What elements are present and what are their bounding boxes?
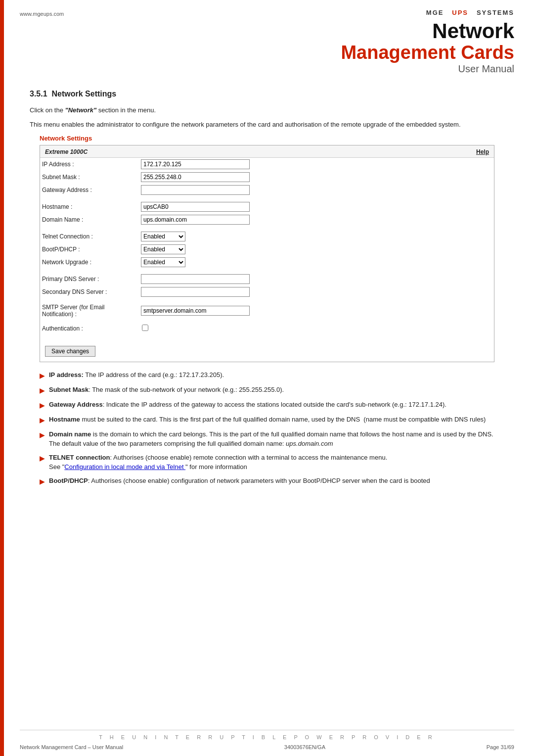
bullet-arrow-icon: ▶ (40, 453, 45, 464)
table-row: Subnet Mask : (40, 171, 494, 184)
network-em: "Network" (65, 106, 97, 114)
form-box-header: Extreme 1000C Help (40, 145, 494, 158)
section-number: 3.5.1 (30, 90, 47, 98)
header: www.mgeups.com MGE UPS SYSTEMS (0, 0, 534, 17)
bullet-text-gateway: Gateway Address: Indicate the IP address… (49, 400, 494, 410)
footer: T H E U N I N T E R R U P T I B L E P O … (0, 730, 534, 756)
bullet-text-ip: IP address: The IP address of the card (… (49, 370, 494, 380)
telnet-connection-select[interactable]: Enabled Disabled (141, 232, 185, 241)
smtp-server-input[interactable] (141, 306, 250, 316)
field-label-secondary-dns: Secondary DNS Server : (40, 285, 139, 298)
spacer-row (40, 319, 494, 323)
table-row: IP Address : (40, 158, 494, 171)
logo-ups: UPS (452, 9, 468, 16)
bullet-arrow-icon: ▶ (40, 371, 45, 381)
title-block: Network Management Cards User Manual (0, 17, 534, 85)
field-label-hostname: Hostname : (40, 200, 139, 213)
footer-center: 34003676EN/GA (284, 744, 325, 750)
device-name: Extreme 1000C (45, 148, 88, 155)
bullet-arrow-icon: ▶ (40, 385, 45, 396)
bullet-text-domain: Domain name is the domain to which the c… (49, 429, 494, 449)
telnet-link[interactable]: Configuration in local mode and via Teln… (64, 463, 185, 471)
table-row: Primary DNS Server : (40, 273, 494, 285)
footer-bottom: Network Management Card – User Manual 34… (0, 742, 534, 756)
field-label-auth: Authentication : (40, 323, 139, 334)
bullet-arrow-icon: ▶ (40, 430, 45, 440)
domain-name-input[interactable] (141, 215, 250, 225)
list-item: ▶ Subnet Mask: The mask of the sub-netwo… (40, 385, 494, 396)
form-table: IP Address : Subnet Mask : Gateway Addre… (40, 158, 494, 342)
bullet-arrow-icon: ▶ (40, 415, 45, 425)
bullet-arrow-icon: ▶ (40, 400, 45, 411)
logo-systems: SYSTEMS (477, 9, 514, 16)
subnet-mask-input[interactable] (141, 172, 250, 182)
network-upgrade-select[interactable]: Enabled Disabled (141, 257, 185, 267)
table-row: Network Upgrade : Enabled Disabled (40, 256, 494, 269)
spacer-row (40, 338, 494, 342)
website-url: www.mgeups.com (20, 9, 64, 17)
title-main: Network (0, 20, 514, 43)
field-label-domain: Domain Name : (40, 213, 139, 226)
table-row: Secondary DNS Server : (40, 285, 494, 298)
primary-dns-input[interactable] (141, 274, 250, 284)
save-changes-button[interactable]: Save changes (45, 346, 95, 357)
footer-left: Network Management Card – User Manual (20, 744, 123, 750)
section-heading: 3.5.1 Network Settings (30, 90, 504, 98)
authentication-checkbox[interactable] (142, 325, 148, 331)
table-row: Domain Name : (40, 213, 494, 226)
field-label-ip: IP Address : (40, 158, 139, 171)
intro-text-2: This menu enables the administrator to c… (30, 120, 504, 130)
spacer-row (40, 298, 494, 302)
list-item: ▶ BootP/DHCP: Authorises (choose enable)… (40, 476, 494, 487)
table-row: Authentication : (40, 323, 494, 334)
network-settings-label: Network Settings (40, 135, 504, 142)
bullet-arrow-icon: ▶ (40, 476, 45, 487)
field-label-telnet: Telnet Connection : (40, 230, 139, 243)
gateway-address-input[interactable] (141, 185, 250, 195)
network-settings-form: Extreme 1000C Help IP Address : Subnet M… (40, 145, 494, 362)
spacer-row (40, 226, 494, 230)
footer-right: Page 31/69 (487, 744, 514, 750)
footer-tagline: T H E U N I N T E R R U P T I B L E P O … (20, 730, 514, 742)
list-item: ▶ TELNET connection: Authorises (choose … (40, 453, 494, 472)
field-label-subnet: Subnet Mask : (40, 171, 139, 184)
spacer-row (40, 334, 494, 338)
title-sub: Management Cards (0, 43, 514, 63)
hostname-input[interactable] (141, 202, 250, 212)
bullet-list: ▶ IP address: The IP address of the card… (40, 370, 494, 487)
logo-area: MGE UPS SYSTEMS (426, 9, 514, 16)
bootp-dhcp-select[interactable]: Enabled Disabled (141, 244, 185, 254)
bullet-text-telnet: TELNET connection: Authorises (choose en… (49, 453, 494, 472)
section-title: Network Settings (51, 90, 116, 98)
accent-border (0, 0, 4, 756)
field-label-smtp: SMTP Server (for Email Notification) : (40, 302, 139, 319)
spacer-row (40, 196, 494, 200)
field-label-gateway: Gateway Address : (40, 184, 139, 196)
logo-text: MGE UPS SYSTEMS (426, 9, 514, 16)
table-row: Telnet Connection : Enabled Disabled (40, 230, 494, 243)
logo-mge: MGE (426, 9, 444, 16)
list-item: ▶ Gateway Address: Indicate the IP addre… (40, 400, 494, 411)
main-content: 3.5.1 Network Settings Click on the "Net… (0, 85, 534, 501)
spacer-row (40, 269, 494, 273)
secondary-dns-input[interactable] (141, 287, 250, 297)
ip-address-input[interactable] (141, 159, 250, 169)
list-item: ▶ Hostname must be suited to the card. T… (40, 415, 494, 425)
help-link[interactable]: Help (476, 148, 489, 155)
table-row: SMTP Server (for Email Notification) : (40, 302, 494, 319)
save-btn-wrap: Save changes (40, 342, 494, 362)
field-label-bootp: BootP/DHCP : (40, 243, 139, 256)
table-row: Hostname : (40, 200, 494, 213)
bullet-text-subnet: Subnet Mask: The mask of the sub-network… (49, 385, 494, 395)
title-manual: User Manual (0, 63, 514, 75)
list-item: ▶ IP address: The IP address of the card… (40, 370, 494, 381)
bullet-text-hostname: Hostname must be suited to the card. Thi… (49, 415, 494, 425)
field-label-network-upgrade: Network Upgrade : (40, 256, 139, 269)
field-label-primary-dns: Primary DNS Server : (40, 273, 139, 285)
bullet-text-bootp: BootP/DHCP: Authorises (choose enable) c… (49, 476, 494, 486)
list-item: ▶ Domain name is the domain to which the… (40, 429, 494, 449)
table-row: BootP/DHCP : Enabled Disabled (40, 243, 494, 256)
intro-text-1: Click on the "Network" section in the me… (30, 105, 504, 115)
table-row: Gateway Address : (40, 184, 494, 196)
